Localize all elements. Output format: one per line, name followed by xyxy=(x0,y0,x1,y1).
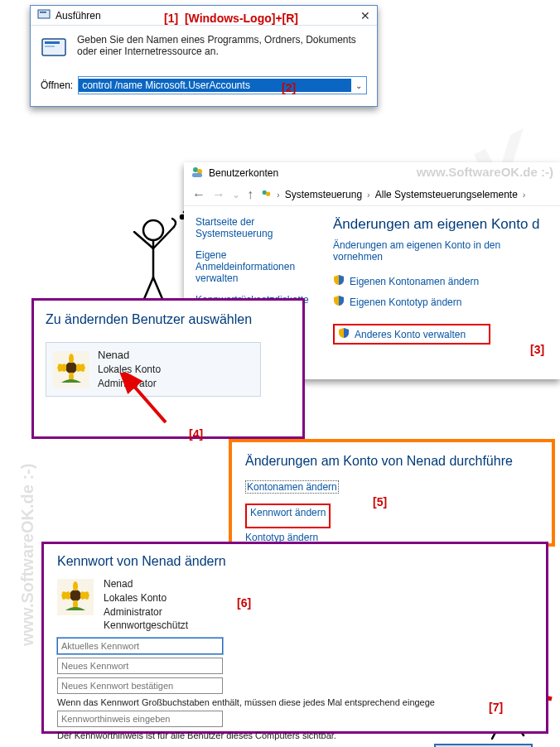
annotation-4: [4] xyxy=(189,427,203,441)
run-command-combo[interactable]: control /name Microsoft.UserAccounts ⌄ xyxy=(78,76,367,94)
nav-forward-icon[interactable]: → xyxy=(212,187,225,202)
svg-rect-4 xyxy=(40,12,46,13)
confirm-password-input[interactable] xyxy=(57,677,223,694)
svg-rect-6 xyxy=(45,41,60,44)
watermark-url: www.SoftwareOK.de :-) xyxy=(417,165,553,179)
link-manage-other[interactable]: Anderes Konto verwalten xyxy=(333,324,490,345)
pw-note-hint: Der Kennworthinweis ist für alle Benutze… xyxy=(57,730,533,740)
svg-point-12 xyxy=(266,192,270,196)
svg-line-24 xyxy=(131,383,166,422)
select-user-heading: Zu ändernden Benutzer auswählen xyxy=(46,312,291,327)
annotation-7: [7] xyxy=(489,701,503,714)
nav-back-icon[interactable]: ← xyxy=(192,187,205,202)
link-label: Eigenen Kontotyp ändern xyxy=(350,296,461,308)
pw-user-protected: Kennwortgeschützt xyxy=(104,619,188,633)
pw-user-role: Administrator xyxy=(104,605,188,619)
main-sublink[interactable]: Änderungen am eigenen Konto in den vorne… xyxy=(333,239,560,263)
svg-point-27 xyxy=(73,581,78,591)
annotation-6: [6] xyxy=(237,596,251,610)
shield-icon xyxy=(333,274,345,288)
main-heading: Änderungen am eigenen Konto d xyxy=(333,216,560,233)
annotation-5: [5] xyxy=(373,495,387,508)
run-command-text: control /name Microsoft.UserAccounts xyxy=(79,79,351,92)
pw-heading: Kennwort von Nenad ändern xyxy=(57,554,533,569)
run-description: Geben Sie den Namen eines Programms, Ord… xyxy=(77,34,367,57)
changes-heading: Änderungen am Konto von Nenad durchführe xyxy=(245,454,538,469)
svg-rect-3 xyxy=(38,10,50,18)
nav-up-icon[interactable]: ↑ xyxy=(247,187,253,202)
user-accounts-icon xyxy=(191,166,204,181)
breadcrumb[interactable]: › Systemsteuerung › Alle Systemsteuerung… xyxy=(260,189,526,200)
chevron-right-icon: › xyxy=(367,190,370,200)
svg-rect-7 xyxy=(45,46,55,47)
nav-toolbar: ← → ⌄ ↑ › Systemsteuerung › Alle Systems… xyxy=(184,184,560,206)
annotation-2: [2] xyxy=(282,81,296,94)
pw-user-name: Nenad xyxy=(104,577,188,591)
run-icon xyxy=(37,7,51,23)
link-change-password[interactable]: Kennwort ändern xyxy=(250,507,326,518)
chevron-down-icon[interactable]: ⌄ xyxy=(351,81,366,90)
change-password-panel: Kennwort von Nenad ändern Nenad Lokales … xyxy=(41,542,548,734)
user-accounts-icon xyxy=(260,189,272,200)
avatar-icon xyxy=(57,579,94,615)
svg-point-15 xyxy=(69,354,74,364)
link-change-account-name[interactable]: Kontonamen ändern xyxy=(245,480,339,494)
user-name: Nenad xyxy=(98,348,161,363)
red-arrow-icon xyxy=(116,373,182,439)
changes-panel: Änderungen am Konto von Nenad durchführe… xyxy=(229,439,555,547)
chevron-right-icon: › xyxy=(523,190,526,200)
svg-rect-10 xyxy=(192,173,202,177)
avatar-icon xyxy=(53,351,89,388)
crumb-control-panel[interactable]: Systemsteuerung xyxy=(285,189,362,200)
sidebar-home[interactable]: Startseite der Systemsteuerung xyxy=(196,216,321,239)
current-password-input[interactable] xyxy=(57,638,223,654)
close-icon[interactable]: ✕ xyxy=(357,7,374,24)
pw-user-type: Lokales Konto xyxy=(104,591,188,605)
svg-point-35 xyxy=(70,590,80,600)
link-label: Eigenen Kontonamen ändern xyxy=(350,276,479,287)
password-hint-input[interactable] xyxy=(57,711,223,727)
run-open-label: Öffnen: xyxy=(41,80,73,91)
sidebar-credentials[interactable]: Eigene Anmeldeinformationen verwalten xyxy=(196,249,321,284)
svg-point-23 xyxy=(66,363,76,373)
run-title: Ausführen xyxy=(56,10,101,22)
pw-note-caps: Wenn das Kennwort Großbuchstaben enthält… xyxy=(57,697,533,707)
shield-icon xyxy=(333,295,345,309)
shield-icon xyxy=(338,327,350,341)
chevron-right-icon: › xyxy=(277,190,280,200)
svg-point-0 xyxy=(143,220,163,240)
user-accounts-title: Benutzerkonten xyxy=(209,167,278,179)
link-label: Anderes Konto verwalten xyxy=(355,329,466,340)
annotation-1: [1] [Windows-Logo]+[R] xyxy=(164,12,298,25)
change-password-button[interactable]: Kennwort ändern xyxy=(434,744,533,747)
link-change-name[interactable]: Eigenen Kontonamen ändern xyxy=(333,274,560,288)
link-change-type[interactable]: Eigenen Kontotyp ändern xyxy=(333,295,560,309)
new-password-input[interactable] xyxy=(57,658,223,674)
run-program-icon xyxy=(41,34,67,63)
chevron-down-icon[interactable]: ⌄ xyxy=(232,189,240,200)
crumb-all-items[interactable]: Alle Systemsteuerungselemente xyxy=(375,189,518,200)
annotation-3: [3] xyxy=(530,343,544,356)
